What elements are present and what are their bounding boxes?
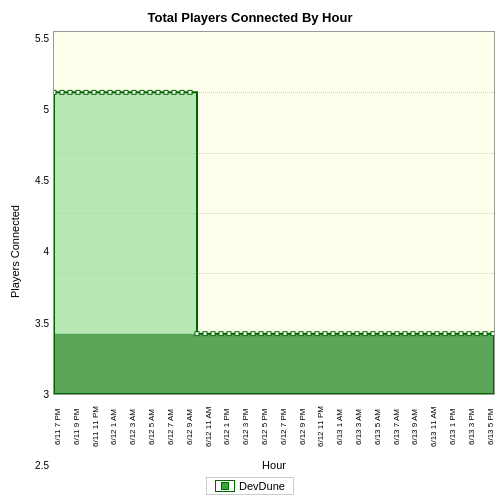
x-tick: 6/12 5 AM bbox=[147, 397, 156, 457]
svg-rect-21 bbox=[219, 332, 223, 336]
x-tick: 6/12 5 PM bbox=[260, 397, 269, 457]
svg-rect-7 bbox=[108, 90, 112, 94]
svg-rect-47 bbox=[427, 332, 431, 336]
svg-rect-35 bbox=[331, 332, 335, 336]
svg-rect-0 bbox=[54, 90, 56, 94]
svg-rect-12 bbox=[148, 90, 152, 94]
svg-rect-46 bbox=[419, 332, 423, 336]
svg-rect-38 bbox=[355, 332, 359, 336]
svg-rect-52 bbox=[467, 332, 471, 336]
svg-rect-10 bbox=[132, 90, 136, 94]
svg-rect-11 bbox=[140, 90, 144, 94]
x-tick: 6/12 11 AM bbox=[204, 397, 213, 457]
svg-rect-2 bbox=[68, 90, 72, 94]
svg-rect-4 bbox=[84, 90, 88, 94]
chart-area: Players Connected 5.554.543.532.5 6/11 7… bbox=[5, 31, 495, 473]
x-tick: 6/13 3 PM bbox=[467, 397, 476, 457]
svg-rect-14 bbox=[164, 90, 168, 94]
svg-rect-43 bbox=[395, 332, 399, 336]
svg-rect-18 bbox=[195, 332, 199, 336]
svg-rect-27 bbox=[267, 332, 271, 336]
svg-rect-36 bbox=[339, 332, 343, 336]
x-axis-label: Hour bbox=[53, 457, 495, 473]
chart-title: Total Players Connected By Hour bbox=[148, 10, 353, 25]
svg-rect-39 bbox=[363, 332, 367, 336]
svg-rect-9 bbox=[124, 90, 128, 94]
y-tick: 3.5 bbox=[35, 318, 49, 329]
legend-icon-inner bbox=[221, 482, 229, 490]
svg-rect-24 bbox=[243, 332, 247, 336]
x-tick: 6/13 5 AM bbox=[373, 397, 382, 457]
svg-rect-16 bbox=[180, 90, 184, 94]
x-tick: 6/12 7 AM bbox=[166, 397, 175, 457]
svg-rect-45 bbox=[411, 332, 415, 336]
svg-rect-5 bbox=[92, 90, 96, 94]
x-tick: 6/12 9 AM bbox=[185, 397, 194, 457]
svg-rect-3 bbox=[76, 90, 80, 94]
x-tick: 6/13 3 AM bbox=[354, 397, 363, 457]
svg-rect-1 bbox=[60, 90, 64, 94]
y-tick: 5 bbox=[43, 104, 49, 115]
x-tick: 6/12 9 PM bbox=[298, 397, 307, 457]
svg-rect-6 bbox=[100, 90, 104, 94]
svg-rect-32 bbox=[307, 332, 311, 336]
svg-rect-13 bbox=[156, 90, 160, 94]
svg-rect-8 bbox=[116, 90, 120, 94]
y-axis-label: Players Connected bbox=[5, 31, 23, 473]
y-tick: 3 bbox=[43, 389, 49, 400]
x-tick: 6/12 7 PM bbox=[279, 397, 288, 457]
x-tick: 6/13 5 PM bbox=[486, 397, 495, 457]
chart-container: Total Players Connected By Hour Players … bbox=[0, 0, 500, 500]
x-tick: 6/13 1 AM bbox=[335, 397, 344, 457]
svg-rect-26 bbox=[259, 332, 263, 336]
legend: DevDune bbox=[206, 477, 294, 495]
svg-rect-23 bbox=[235, 332, 239, 336]
svg-rect-40 bbox=[371, 332, 375, 336]
x-tick: 6/13 7 AM bbox=[392, 397, 401, 457]
chart-svg bbox=[54, 32, 494, 394]
svg-rect-33 bbox=[315, 332, 319, 336]
svg-rect-34 bbox=[323, 332, 327, 336]
legend-label: DevDune bbox=[239, 480, 285, 492]
svg-rect-25 bbox=[251, 332, 255, 336]
svg-rect-55 bbox=[491, 332, 494, 336]
y-tick: 2.5 bbox=[35, 460, 49, 471]
x-tick: 6/11 9 PM bbox=[72, 397, 81, 457]
svg-rect-31 bbox=[299, 332, 303, 336]
svg-rect-51 bbox=[459, 332, 463, 336]
svg-rect-28 bbox=[275, 332, 279, 336]
svg-rect-22 bbox=[227, 332, 231, 336]
x-tick: 6/12 11 PM bbox=[316, 397, 325, 457]
x-tick: 6/12 3 PM bbox=[241, 397, 250, 457]
x-tick: 6/13 9 AM bbox=[410, 397, 419, 457]
svg-rect-54 bbox=[483, 332, 487, 336]
x-tick: 6/11 7 PM bbox=[53, 397, 62, 457]
legend-icon bbox=[215, 480, 235, 492]
svg-rect-42 bbox=[387, 332, 391, 336]
y-axis: 5.554.543.532.5 bbox=[23, 31, 53, 473]
x-tick: 6/12 1 PM bbox=[222, 397, 231, 457]
x-tick: 6/13 1 PM bbox=[448, 397, 457, 457]
svg-rect-50 bbox=[451, 332, 455, 336]
x-axis: 6/11 7 PM6/11 9 PM6/11 11 PM6/12 1 AM6/1… bbox=[53, 395, 495, 457]
x-tick: 6/11 11 PM bbox=[91, 397, 100, 457]
svg-rect-19 bbox=[203, 332, 207, 336]
svg-rect-30 bbox=[291, 332, 295, 336]
svg-rect-29 bbox=[283, 332, 287, 336]
svg-rect-49 bbox=[443, 332, 447, 336]
svg-rect-20 bbox=[211, 332, 215, 336]
svg-rect-41 bbox=[379, 332, 383, 336]
x-tick: 6/12 1 AM bbox=[109, 397, 118, 457]
svg-rect-53 bbox=[475, 332, 479, 336]
y-tick: 5.5 bbox=[35, 33, 49, 44]
y-tick: 4.5 bbox=[35, 175, 49, 186]
plot-area bbox=[53, 31, 495, 395]
x-tick: 6/13 11 AM bbox=[429, 397, 438, 457]
y-tick: 4 bbox=[43, 246, 49, 257]
svg-rect-48 bbox=[435, 332, 439, 336]
plot-and-x: 6/11 7 PM6/11 9 PM6/11 11 PM6/12 1 AM6/1… bbox=[53, 31, 495, 473]
x-tick: 6/12 3 AM bbox=[128, 397, 137, 457]
svg-rect-17 bbox=[188, 90, 192, 94]
svg-rect-44 bbox=[403, 332, 407, 336]
svg-rect-37 bbox=[347, 332, 351, 336]
